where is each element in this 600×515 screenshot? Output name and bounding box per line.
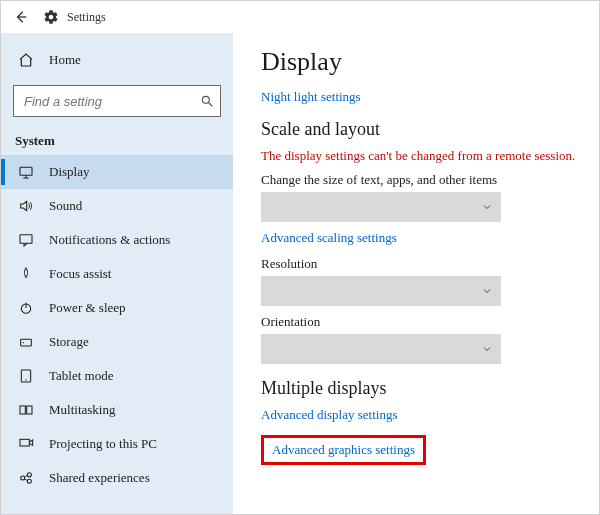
sidebar-item-display[interactable]: Display xyxy=(1,155,233,189)
tablet-icon xyxy=(15,368,37,384)
resolution-dropdown[interactable] xyxy=(261,276,501,306)
sidebar-item-label: Multitasking xyxy=(49,402,115,418)
svg-rect-3 xyxy=(20,167,32,175)
sidebar-item-label: Projecting to this PC xyxy=(49,436,157,452)
svg-line-20 xyxy=(24,479,27,481)
sidebar-item-focus-assist[interactable]: Focus assist xyxy=(1,257,233,291)
page-title: Display xyxy=(261,47,583,77)
svg-point-12 xyxy=(25,379,26,380)
focus-assist-icon xyxy=(15,266,37,282)
body: Home System Display Sound xyxy=(1,33,599,514)
settings-window: Settings Home System Disp xyxy=(0,0,600,515)
resolution-label: Resolution xyxy=(261,256,583,272)
power-icon xyxy=(15,300,37,316)
content-pane: Display Night light settings Scale and l… xyxy=(233,33,599,514)
svg-line-2 xyxy=(209,103,213,107)
sidebar-item-label: Power & sleep xyxy=(49,300,126,316)
settings-gear-icon xyxy=(41,7,61,27)
advanced-display-settings-link[interactable]: Advanced display settings xyxy=(261,407,583,423)
multiple-displays-heading: Multiple displays xyxy=(261,378,583,399)
home-icon xyxy=(15,52,37,68)
sound-icon xyxy=(15,198,37,214)
projecting-icon xyxy=(15,436,37,452)
sidebar-item-shared-experiences[interactable]: Shared experiences xyxy=(1,461,233,495)
search-box[interactable] xyxy=(13,85,221,117)
titlebar: Settings xyxy=(1,1,599,33)
sidebar-item-label: Sound xyxy=(49,198,82,214)
svg-rect-15 xyxy=(20,439,29,446)
change-size-label: Change the size of text, apps, and other… xyxy=(261,172,583,188)
search-icon xyxy=(200,94,214,108)
sidebar-item-label: Display xyxy=(49,164,89,180)
sidebar-item-label: Notifications & actions xyxy=(49,232,170,248)
chevron-down-icon xyxy=(481,343,493,355)
svg-line-19 xyxy=(24,475,27,477)
sidebar-item-label: Storage xyxy=(49,334,89,350)
sidebar-item-home[interactable]: Home xyxy=(1,43,233,77)
svg-point-16 xyxy=(21,476,25,480)
svg-point-18 xyxy=(27,479,31,483)
advanced-graphics-settings-link[interactable]: Advanced graphics settings xyxy=(272,442,415,457)
sidebar-item-label: Tablet mode xyxy=(49,368,113,384)
night-light-settings-link[interactable]: Night light settings xyxy=(261,89,583,105)
orientation-label: Orientation xyxy=(261,314,583,330)
svg-point-17 xyxy=(27,473,31,477)
sidebar-item-label: Focus assist xyxy=(49,266,111,282)
sidebar-item-storage[interactable]: Storage xyxy=(1,325,233,359)
remote-session-error: The display settings can't be changed fr… xyxy=(261,148,583,164)
sidebar-section-header: System xyxy=(1,129,233,155)
svg-point-10 xyxy=(23,342,24,343)
svg-rect-6 xyxy=(20,235,32,244)
multitasking-icon xyxy=(15,402,37,418)
shared-icon xyxy=(15,470,37,486)
back-button[interactable] xyxy=(7,10,35,24)
svg-rect-9 xyxy=(21,339,32,346)
advanced-scaling-link[interactable]: Advanced scaling settings xyxy=(261,230,583,246)
sidebar-item-multitasking[interactable]: Multitasking xyxy=(1,393,233,427)
svg-rect-13 xyxy=(20,406,25,414)
search-input[interactable] xyxy=(22,93,200,110)
sidebar-item-notifications[interactable]: Notifications & actions xyxy=(1,223,233,257)
chevron-down-icon xyxy=(481,201,493,213)
notifications-icon xyxy=(15,232,37,248)
window-title: Settings xyxy=(67,10,106,25)
sidebar-item-projecting[interactable]: Projecting to this PC xyxy=(1,427,233,461)
chevron-down-icon xyxy=(481,285,493,297)
display-icon xyxy=(15,164,37,180)
orientation-dropdown[interactable] xyxy=(261,334,501,364)
sidebar-item-label: Shared experiences xyxy=(49,470,150,486)
sidebar: Home System Display Sound xyxy=(1,33,233,514)
sidebar-item-power-sleep[interactable]: Power & sleep xyxy=(1,291,233,325)
scale-dropdown[interactable] xyxy=(261,192,501,222)
sidebar-item-sound[interactable]: Sound xyxy=(1,189,233,223)
svg-point-1 xyxy=(202,96,209,103)
highlight-box: Advanced graphics settings xyxy=(261,435,426,465)
sidebar-item-tablet-mode[interactable]: Tablet mode xyxy=(1,359,233,393)
arrow-left-icon xyxy=(14,10,28,24)
scale-layout-heading: Scale and layout xyxy=(261,119,583,140)
svg-rect-14 xyxy=(27,406,32,414)
sidebar-item-label: Home xyxy=(49,52,81,68)
storage-icon xyxy=(15,334,37,350)
